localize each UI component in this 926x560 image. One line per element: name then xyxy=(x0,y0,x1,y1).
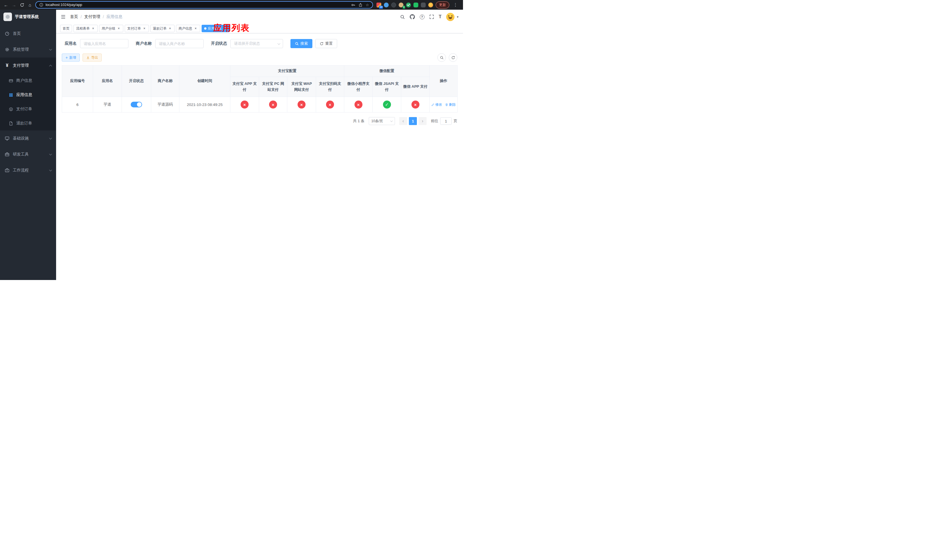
page-number-button[interactable]: 1 xyxy=(409,117,417,125)
sidebar-collapse-icon[interactable] xyxy=(61,14,66,20)
extension-dark-icon[interactable] xyxy=(391,3,396,8)
main-header: 首页 / 支付管理 / 应用信息 ? xyxy=(56,10,463,24)
sidebar-item-infrastructure[interactable]: 基础设施 xyxy=(0,130,56,147)
monitor-icon xyxy=(5,136,10,141)
tab-close-icon[interactable]: × xyxy=(142,26,146,30)
refresh-icon xyxy=(451,56,455,59)
extension-grid-icon[interactable]: 10 xyxy=(377,3,381,8)
status-filter: 开启状态 请选择开启状态 xyxy=(211,39,283,48)
sidebar-item-payment-orders[interactable]: 支付订单 xyxy=(0,102,56,116)
page-size-value: 10条/页 xyxy=(371,119,383,124)
goto-page-input[interactable] xyxy=(440,117,452,125)
status-select[interactable]: 请选择开启状态 xyxy=(230,39,283,48)
status-toggle[interactable] xyxy=(131,102,142,107)
extension-check-icon[interactable] xyxy=(406,3,411,8)
sidebar-item-workflow[interactable]: 工作流程 xyxy=(0,162,56,178)
font-size-icon[interactable]: T xyxy=(439,15,442,19)
user-avatar[interactable] xyxy=(446,13,454,21)
sidebar-item-payment[interactable]: ¥ 支付管理 xyxy=(0,58,56,74)
extension-chat-icon[interactable] xyxy=(413,3,418,8)
sidebar-item-system[interactable]: 系统管理 xyxy=(0,42,56,58)
tab-close-icon[interactable]: × xyxy=(117,26,121,30)
extension-drop-icon[interactable] xyxy=(384,3,389,8)
search-icon xyxy=(295,42,299,45)
edit-icon xyxy=(431,103,434,106)
breadcrumb-separator: / xyxy=(103,15,104,19)
site-info-icon[interactable] xyxy=(39,3,43,7)
col-app-name: 应用名 xyxy=(93,65,122,97)
home-icon[interactable]: ⌂ xyxy=(26,1,33,9)
search-button[interactable]: 搜索 xyxy=(291,39,312,48)
tab-merchant-info[interactable]: 商户信息 × xyxy=(176,25,200,32)
avatar-caret-icon[interactable]: ▾ xyxy=(457,15,458,19)
url-actions: ☆ xyxy=(351,3,369,7)
search-icon[interactable] xyxy=(400,15,405,20)
chevron-up-icon xyxy=(49,65,52,68)
cell-alipay-app: × xyxy=(230,97,259,112)
app-name-input[interactable] xyxy=(80,39,129,48)
goto-suffix: 页 xyxy=(454,118,457,124)
col-alipay-pc: 支付宝 PC 网站支付 xyxy=(259,77,287,97)
browser-update-button[interactable]: 更新 xyxy=(436,2,449,9)
cell-wechat-jsapi: ✓ xyxy=(373,97,401,112)
add-button[interactable]: + 新增 xyxy=(62,53,80,62)
trash-icon xyxy=(445,103,448,106)
tab-close-icon[interactable]: × xyxy=(194,26,198,30)
col-alipay-qr: 支付宝扫码支付 xyxy=(316,77,344,97)
address-bar[interactable]: localhost:1024/pay/app ☆ xyxy=(35,1,373,9)
breadcrumb-payment[interactable]: 支付管理 xyxy=(84,14,100,20)
sidebar-item-app-info[interactable]: 应用信息 xyxy=(0,88,56,102)
github-icon[interactable] xyxy=(410,14,415,20)
bookmark-star-icon[interactable]: ☆ xyxy=(366,3,369,7)
toggle-knob xyxy=(137,102,142,107)
browser-menu-icon[interactable]: ⋮ xyxy=(452,2,459,8)
password-key-icon[interactable] xyxy=(351,3,356,7)
profile-extension-icon[interactable]: 1 xyxy=(399,3,404,8)
merchant-name-input[interactable] xyxy=(155,39,204,48)
sidebar-item-dev-tools[interactable]: 研发工具 xyxy=(0,147,56,162)
delete-button[interactable]: 删除 xyxy=(445,102,456,107)
tab-home[interactable]: 首页 xyxy=(60,25,72,32)
edit-button[interactable]: 修改 xyxy=(431,102,442,107)
tab-close-icon[interactable]: × xyxy=(91,26,95,30)
gear-icon xyxy=(5,47,10,52)
page-navigation: ‹ 1 › xyxy=(399,117,427,125)
help-icon[interactable]: ? xyxy=(420,15,425,20)
forward-icon[interactable]: → xyxy=(10,1,18,9)
status-cross-icon: × xyxy=(241,101,248,109)
app-logo[interactable]: 芋道管理系统 xyxy=(0,10,56,24)
cell-wechat-app: × xyxy=(401,97,430,112)
col-actions: 操作 xyxy=(430,65,458,97)
fullscreen-icon[interactable] xyxy=(430,15,434,19)
reset-button[interactable]: 重置 xyxy=(315,39,337,48)
col-merchant: 商户名称 xyxy=(151,65,179,97)
cell-created: 2021-10-23 08:49:25 xyxy=(179,97,230,112)
reload-icon[interactable] xyxy=(18,1,26,9)
tags-view-bar: 首页 流程表单 × 用户分组 × 支付订单 × 退款订单 × xyxy=(56,24,463,33)
tab-process-form[interactable]: 流程表单 × xyxy=(73,25,98,32)
refresh-table-button[interactable] xyxy=(449,53,457,62)
browser-extensions: 10 1 更新 ⋮ xyxy=(375,2,461,9)
tab-payment-orders[interactable]: 支付订单 × xyxy=(125,25,149,32)
sidebar-item-refund-orders[interactable]: 退款订单 xyxy=(0,116,56,130)
chevron-down-icon xyxy=(49,153,52,156)
breadcrumb-home[interactable]: 首页 xyxy=(70,14,78,20)
table-header: 应用编号 应用名 开启状态 商户名称 创建时间 支付宝配置 微信配置 操作 支付… xyxy=(62,65,458,97)
toggle-search-button[interactable] xyxy=(437,53,446,62)
prev-page-button[interactable]: ‹ xyxy=(399,117,407,125)
cell-alipay-wap: × xyxy=(287,97,316,112)
puzzle-extension-icon[interactable] xyxy=(421,3,426,8)
status-cross-icon: × xyxy=(354,101,363,109)
sidebar-item-home[interactable]: 首页 xyxy=(0,26,56,42)
page-size-select[interactable]: 10条/页 xyxy=(369,117,395,125)
export-button[interactable]: 导出 xyxy=(83,53,101,62)
emoji-extension-icon[interactable] xyxy=(428,3,433,8)
tab-refund-orders[interactable]: 退款订单 × xyxy=(150,25,174,32)
total-count: 共 1 条 xyxy=(353,118,365,124)
tab-user-group[interactable]: 用户分组 × xyxy=(99,25,123,32)
share-icon[interactable] xyxy=(359,3,363,7)
back-icon[interactable]: ← xyxy=(2,1,10,9)
next-page-button[interactable]: › xyxy=(419,117,427,125)
tab-close-icon[interactable]: × xyxy=(168,26,172,30)
sidebar-item-merchant-info[interactable]: 商户信息 xyxy=(0,74,56,88)
